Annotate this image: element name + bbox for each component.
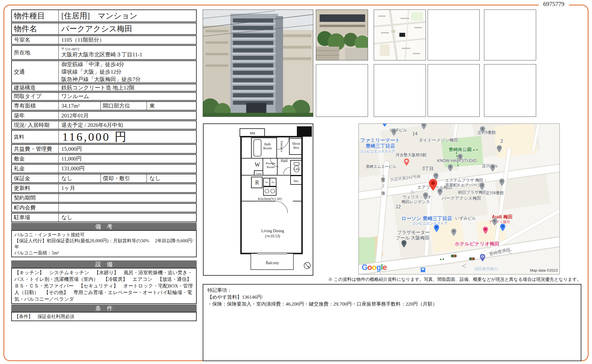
map-pin bbox=[479, 182, 485, 192]
map-place-label: ダイドーメゾン梅田 bbox=[419, 138, 458, 143]
row-value: パークアクシス梅田 bbox=[59, 23, 196, 34]
table-row: 町内会費 bbox=[11, 203, 197, 212]
special-notes-line: ・保険：保険要加入・室内清掃費：46,200円・鍵交換費：29,700円・口座振… bbox=[207, 301, 577, 308]
map-pin bbox=[483, 226, 488, 236]
document-number: 6975779 bbox=[539, 1, 569, 8]
special-notes-title: 特記事項： bbox=[207, 287, 577, 294]
room-label: Lav. bbox=[293, 167, 300, 171]
table-row: 現況/ 入居時期退去予定 / 2026年6月中旬 bbox=[11, 121, 197, 129]
row-label: 開口部方位 bbox=[101, 102, 147, 110]
transit-line: 御堂筋線「中津」徒歩4分 bbox=[61, 61, 124, 68]
row-label: 所在地 bbox=[12, 46, 59, 59]
row-value bbox=[59, 204, 196, 212]
row-label: 更新料 bbox=[12, 184, 59, 192]
map-place-label: 3丁目 bbox=[422, 166, 434, 172]
special-notes: 特記事項： 【めやす賃料】136146円/・保険：保険要加入・室内清掃費：46,… bbox=[203, 284, 581, 361]
map-place-label: プール 大阪梅田 bbox=[396, 235, 429, 241]
map-place-label: コンビニエンスストア bbox=[412, 221, 447, 226]
section-line: 【保証人代行】初回保証委託料(最低20,000円)：月額賃料等の50% 2年目以… bbox=[14, 238, 193, 250]
map-place-label: 12 bbox=[396, 204, 401, 209]
map-pin bbox=[451, 228, 457, 238]
room-label: Balcony bbox=[266, 261, 279, 265]
map-place-label: 淀川6番館 bbox=[485, 190, 504, 196]
room-label: R bbox=[255, 179, 259, 186]
map-pin bbox=[457, 154, 463, 163]
row-value: なし bbox=[59, 214, 196, 222]
map-place-label: KNOW HAIR STUDIO bbox=[437, 158, 477, 163]
map-pin bbox=[404, 158, 409, 167]
map-pin bbox=[382, 123, 388, 128]
special-notes-line: 【めやす賃料】136146円/ bbox=[207, 294, 577, 301]
table-row: 駐車場なし bbox=[11, 213, 197, 222]
table-row: 敷金11,000円 bbox=[11, 154, 197, 163]
property-table: 物件種目[住居用] マンション物件名パークアクシス梅田号室名1105（11階部分… bbox=[11, 9, 197, 321]
map-pin bbox=[437, 188, 443, 197]
room-label: Kitchen(≒1.9J) bbox=[258, 197, 282, 201]
map-pin bbox=[492, 218, 498, 227]
property-location-pin bbox=[428, 179, 438, 193]
map-pin bbox=[391, 128, 397, 138]
section-line: バルコニ・インターネット接続可 bbox=[14, 232, 193, 238]
map-pin bbox=[480, 126, 485, 135]
rent-value: 116,000 円 bbox=[59, 131, 196, 143]
row-value: [住居用] マンション bbox=[59, 10, 196, 22]
property-sheet: 6975779 物件種目[住居用] マンション物件名パークアクシス梅田号室名11… bbox=[0, 0, 592, 364]
map-place-label: 大淀区第212号線 bbox=[381, 174, 386, 188]
postal-code: 〒531-0072 bbox=[61, 47, 79, 52]
section-line: バルコニー面積：5m² bbox=[14, 250, 193, 256]
photo-placeholder bbox=[428, 64, 480, 117]
row-label: 物件種目 bbox=[12, 10, 59, 22]
row-value: 御堂筋線「中津」徒歩4分環状線「大阪」徒歩12分阪急神戸線「大阪梅田」徒歩7分 bbox=[59, 61, 196, 83]
row-label: 築年 bbox=[12, 112, 59, 119]
row-label: 礼金 bbox=[12, 165, 59, 173]
photo-placeholder bbox=[484, 64, 536, 117]
table-row: 更新料1ヶ月 bbox=[11, 184, 197, 193]
section-header: 条 件 bbox=[11, 304, 197, 312]
row-label: 交通 bbox=[12, 61, 59, 83]
room-label: Entrance bbox=[280, 141, 284, 152]
table-row: 所在地〒531-0072大阪府大阪市北区豊崎３丁目11-1 bbox=[11, 45, 197, 60]
map-place-label: いずみビル bbox=[455, 216, 476, 221]
row-label: 間取タイプ bbox=[12, 93, 59, 100]
row-value: 2012年01月 bbox=[59, 112, 196, 119]
row-label: 共益費・管理費 bbox=[12, 145, 59, 153]
entrance-photo bbox=[316, 9, 368, 60]
row-label: 敷金 bbox=[12, 155, 59, 163]
row-value: 1105（11階部分） bbox=[59, 36, 196, 44]
room-label: Hall bbox=[281, 159, 288, 163]
map-pin bbox=[434, 224, 439, 234]
table-row: 交通御堂筋線「中津」徒歩4分環状線「大阪」徒歩12分阪急神戸線「大阪梅田」徒歩7… bbox=[11, 60, 197, 83]
neighborhood-map: ファミリーマート豊崎三丁目店コンビニエンスストアWBFビル14ダイドーメゾン梅田… bbox=[358, 123, 560, 275]
map-place-label: 豊崎三丁目店 bbox=[366, 143, 395, 149]
table-row: 物件種目[住居用] マンション bbox=[11, 9, 197, 22]
row-label: 専有面積 bbox=[12, 102, 59, 110]
section-body: バルコニ・インターネット接続可【保証人代行】初回保証委託料(最低20,000円)… bbox=[11, 230, 197, 257]
room-label: Sto. bbox=[265, 181, 269, 184]
traffic-light-icon bbox=[469, 258, 475, 260]
row-label: 契約期間 bbox=[12, 194, 59, 202]
row-label: 物件名 bbox=[12, 23, 59, 34]
map-place-label: ホテルビナリオ梅田 bbox=[455, 241, 500, 247]
table-row: 礼金131,000円 bbox=[11, 164, 197, 173]
table-row: 賃料116,000 円 bbox=[11, 130, 197, 144]
building-photo-illustration bbox=[203, 10, 313, 117]
row-label: 償却・敷引 bbox=[101, 174, 147, 182]
map-pin bbox=[421, 123, 427, 131]
table-row: 物件名パークアクシス梅田 bbox=[11, 23, 197, 35]
bus-stop-icon bbox=[420, 267, 426, 272]
row-label: 町内会費 bbox=[12, 204, 59, 212]
map-place-label: 河合塾大阪校S館 bbox=[396, 153, 426, 158]
section-line: 【条件】 保証会社利用必須 bbox=[14, 313, 193, 319]
table-row: 契約期間 bbox=[11, 193, 197, 203]
room-label: W bbox=[255, 161, 260, 168]
map-place-label: プラザモーター bbox=[397, 230, 430, 236]
row-label: 建築構造 bbox=[12, 84, 59, 91]
photo-placeholder bbox=[374, 64, 426, 117]
traffic-light-icon bbox=[451, 255, 457, 257]
row-value: 退去予定 / 2026年6月中旬 bbox=[59, 121, 196, 129]
map-place-label: 池田泉州銀行 bbox=[474, 266, 498, 272]
floor-plan-drawing: MBBathRoomEntranceShoseBoxWPowderRoomHal… bbox=[204, 124, 313, 275]
map-place-label: 豊崎南公園 bbox=[449, 147, 472, 153]
map-pin bbox=[480, 254, 485, 263]
map-thumbnail bbox=[374, 9, 426, 60]
